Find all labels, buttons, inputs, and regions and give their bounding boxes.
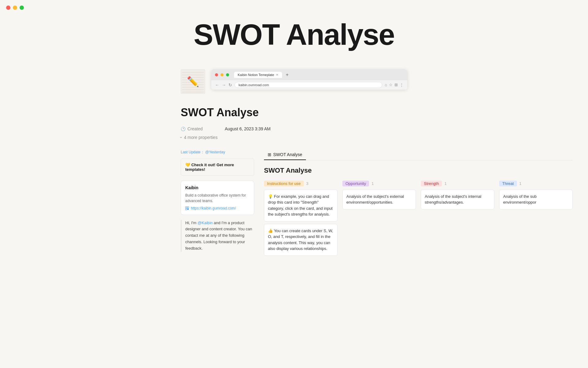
- column-badge-strength: Strength: [421, 181, 442, 186]
- column-count-threat: 1: [519, 181, 522, 186]
- callout-text: Check it out! Get more templates!: [185, 163, 234, 172]
- column-header-strength: Strength1: [421, 181, 494, 186]
- home-icon[interactable]: ⌂: [385, 82, 387, 87]
- browser-tab[interactable]: Kaibin Notion Temeplate ✕: [234, 72, 282, 78]
- board-column-threat: Threat1Analysis of the sub environment/o…: [499, 181, 573, 258]
- last-update-value[interactable]: @Yesterday: [205, 150, 225, 154]
- browser-close[interactable]: [215, 73, 218, 76]
- card-name: Kaibin: [185, 185, 250, 190]
- url-text: kaibin.oumroad.com: [239, 83, 269, 87]
- clock-icon: [181, 126, 186, 131]
- traffic-lights: [6, 6, 24, 10]
- back-icon[interactable]: ←: [215, 82, 219, 87]
- browser-action-icons: ⌂ ☆ ⊞ ⋮: [385, 82, 404, 87]
- column-badge-instructions: Instructions for use: [264, 181, 304, 186]
- browser-tab-label: Kaibin Notion Temeplate: [238, 73, 274, 77]
- db-tabs: ⊞ SWOT Analyse: [264, 150, 573, 160]
- sidebar-callout: 💛 Check it out! Get more templates!: [181, 159, 254, 176]
- browser-mockup: Kaibin Notion Temeplate ✕ + ← → ↻ kaibin…: [211, 69, 407, 90]
- card-link[interactable]: https://kaibin.gumroad.com/: [185, 206, 250, 210]
- left-sidebar: Last Update： @Yesterday 💛 Check it out! …: [181, 150, 254, 258]
- page-icon: ✏️: [181, 69, 205, 94]
- last-update-row: Last Update： @Yesterday: [181, 150, 254, 155]
- more-properties-label: 4 more properties: [184, 135, 218, 140]
- menu-icon[interactable]: ⋮: [400, 82, 404, 87]
- last-update-label: Last Update：: [181, 150, 204, 154]
- big-page-title: SWOT Analyse: [181, 18, 407, 51]
- content-layout: Last Update： @Yesterday 💛 Check it out! …: [181, 150, 407, 258]
- column-count-strength: 1: [444, 181, 447, 186]
- column-badge-threat: Threat: [499, 181, 517, 186]
- sidebar-card: Kaibin Build a collaborative office syst…: [181, 181, 254, 215]
- refresh-icon[interactable]: ↻: [228, 82, 232, 87]
- card-desc: Build a collaborative office system for …: [185, 193, 250, 204]
- browser-maximize[interactable]: [226, 73, 229, 76]
- svg-rect-1: [187, 206, 189, 208]
- link-icon: [185, 206, 189, 210]
- card-link-text: https://kaibin.gumroad.com/: [191, 206, 236, 210]
- cover-area: ✏️ Kaibin Notion Temeplate ✕ + ← → ↻ kai…: [181, 69, 407, 94]
- browser-titlebar: Kaibin Notion Temeplate ✕ +: [211, 69, 407, 80]
- board-card-instructions-1[interactable]: 👍 You can create cards under S, W, O, an…: [264, 224, 337, 256]
- browser-minimize[interactable]: [221, 73, 224, 76]
- column-count-instructions: 3: [306, 181, 308, 186]
- browser-toolbar: ← → ↻ kaibin.oumroad.com ⌂ ☆ ⊞ ⋮: [211, 80, 407, 90]
- board-card-threat-0[interactable]: Analysis of the sub environment/oppor: [499, 190, 573, 209]
- svg-rect-2: [186, 208, 187, 210]
- board-column-opportunity: Opportunity1Analysis of the subject's ex…: [342, 181, 416, 258]
- forward-icon[interactable]: →: [222, 82, 226, 87]
- board-column-instructions: Instructions for use3💡 For example, you …: [264, 181, 337, 258]
- page-title: SWOT Analyse: [181, 106, 407, 119]
- column-header-threat: Threat1: [499, 181, 573, 186]
- bio-mention[interactable]: @Kaibin: [198, 220, 213, 225]
- extension-icon[interactable]: ⊞: [394, 82, 398, 87]
- sidebar-bio: Hi, I'm @Kaibin and I'm a product design…: [181, 220, 254, 252]
- star-icon[interactable]: ☆: [389, 82, 393, 87]
- db-tab-swot[interactable]: ⊞ SWOT Analyse: [264, 150, 306, 160]
- browser-tab-close-icon[interactable]: ✕: [276, 73, 278, 76]
- minimize-button[interactable]: [13, 6, 17, 10]
- svg-rect-0: [186, 206, 187, 208]
- new-tab-icon[interactable]: +: [286, 72, 288, 78]
- column-header-instructions: Instructions for use3: [264, 181, 337, 186]
- url-bar[interactable]: kaibin.oumroad.com: [235, 82, 382, 88]
- created-label: Created: [181, 126, 217, 131]
- callout-title: 💛 Check it out! Get more templates!: [185, 163, 250, 172]
- created-property-row: Created August 6, 2023 3:39 AM: [181, 126, 407, 131]
- created-value: August 6, 2023 3:39 AM: [225, 126, 270, 131]
- board-card-instructions-0[interactable]: 💡 For example, you can drag and drop thi…: [264, 190, 337, 221]
- db-title: SWOT Analyse: [264, 167, 573, 174]
- svg-rect-3: [187, 208, 189, 210]
- maximize-button[interactable]: [20, 6, 24, 10]
- page-container: SWOT Analyse ✏️ Kaibin Notion Temeplate …: [156, 0, 432, 283]
- board-card-opportunity-0[interactable]: Analysis of the subject's external envir…: [342, 190, 416, 209]
- bio-text-1: Hi, I'm: [185, 220, 198, 225]
- chevron-icon: [181, 135, 182, 140]
- more-properties-toggle[interactable]: 4 more properties: [181, 135, 407, 140]
- column-badge-opportunity: Opportunity: [342, 181, 369, 186]
- db-tab-icon: ⊞: [268, 152, 271, 157]
- close-button[interactable]: [6, 6, 10, 10]
- main-content: ⊞ SWOT Analyse SWOT Analyse Instructions…: [264, 150, 573, 258]
- column-count-opportunity: 1: [371, 181, 374, 186]
- board-column-strength: Strength1Analysis of the subject's inter…: [421, 181, 494, 258]
- db-tab-label: SWOT Analyse: [273, 152, 302, 157]
- board-columns: Instructions for use3💡 For example, you …: [264, 181, 573, 258]
- column-header-opportunity: Opportunity1: [342, 181, 416, 186]
- board-card-strength-0[interactable]: Analysis of the subject's internal stren…: [421, 190, 494, 209]
- callout-emoji: 💛: [185, 163, 190, 167]
